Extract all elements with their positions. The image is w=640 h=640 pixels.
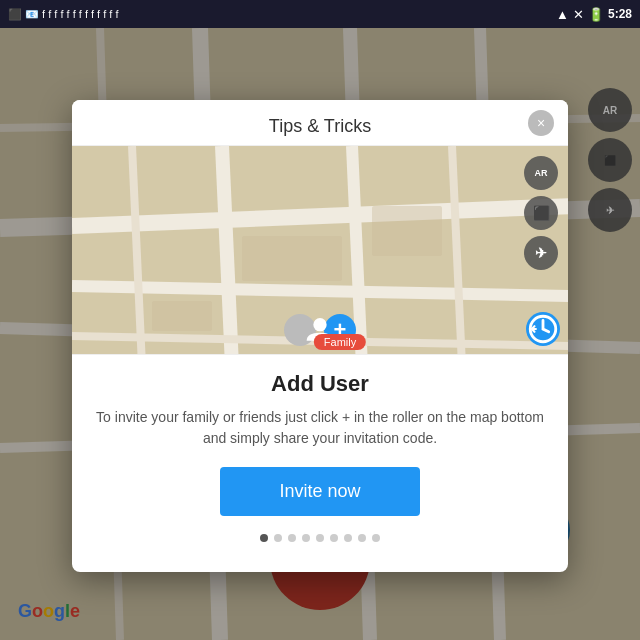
dot-1 — [260, 534, 268, 542]
pagination-dots — [96, 534, 544, 556]
dot-9 — [372, 534, 380, 542]
map-history-button[interactable] — [526, 312, 560, 346]
status-bar: ⬛ 📧 f f f f f f f f f f f f f ▲ ✕ 🔋 5:28 — [0, 0, 640, 28]
map-compass-button[interactable]: ✈ — [524, 236, 558, 270]
invite-now-button[interactable]: Invite now — [220, 467, 420, 516]
svg-rect-21 — [152, 301, 212, 331]
dialog-map-preview: AR ⬛ ✈ JS — [72, 145, 568, 355]
map-compass-icon: ✈ — [535, 245, 547, 261]
dot-2 — [274, 534, 282, 542]
family-badge: Family — [314, 332, 366, 350]
battery-icon: 🔋 — [588, 7, 604, 22]
close-button[interactable]: × — [528, 110, 554, 136]
dialog-title: Tips & Tricks — [269, 116, 371, 137]
svg-point-26 — [313, 318, 326, 331]
signal-icon: ✕ — [573, 7, 584, 22]
wifi-icon: ▲ — [556, 7, 569, 22]
map-layers-icon: ⬛ — [533, 205, 550, 221]
status-bar-left: ⬛ 📧 f f f f f f f f f f f f f — [8, 8, 121, 21]
status-time: 5:28 — [608, 7, 632, 21]
dot-6 — [330, 534, 338, 542]
dialog-content: Add User To invite your family or friend… — [72, 355, 568, 572]
map-side-icons: AR ⬛ ✈ — [524, 156, 558, 270]
notification-icons: ⬛ 📧 f f f f f f f f f f f f f — [8, 8, 119, 21]
dot-8 — [358, 534, 366, 542]
dot-4 — [302, 534, 310, 542]
map-ar-label: AR — [535, 168, 548, 178]
close-icon: × — [537, 115, 545, 131]
dialog-description: To invite your family or friends just cl… — [96, 407, 544, 449]
user-avatar-roller — [284, 314, 316, 346]
add-user-title: Add User — [96, 371, 544, 397]
map-layers-button[interactable]: ⬛ — [524, 196, 558, 230]
family-badge-label: Family — [314, 334, 366, 350]
svg-rect-19 — [242, 236, 342, 281]
history-icon — [526, 312, 560, 346]
dot-7 — [344, 534, 352, 542]
map-ar-button[interactable]: AR — [524, 156, 558, 190]
dialog-header: Tips & Tricks × — [72, 100, 568, 145]
svg-rect-20 — [372, 206, 442, 256]
dot-3 — [288, 534, 296, 542]
tips-dialog: Tips & Tricks × AR ⬛ — [72, 100, 568, 572]
status-bar-right: ▲ ✕ 🔋 5:28 — [556, 7, 632, 22]
dot-5 — [316, 534, 324, 542]
